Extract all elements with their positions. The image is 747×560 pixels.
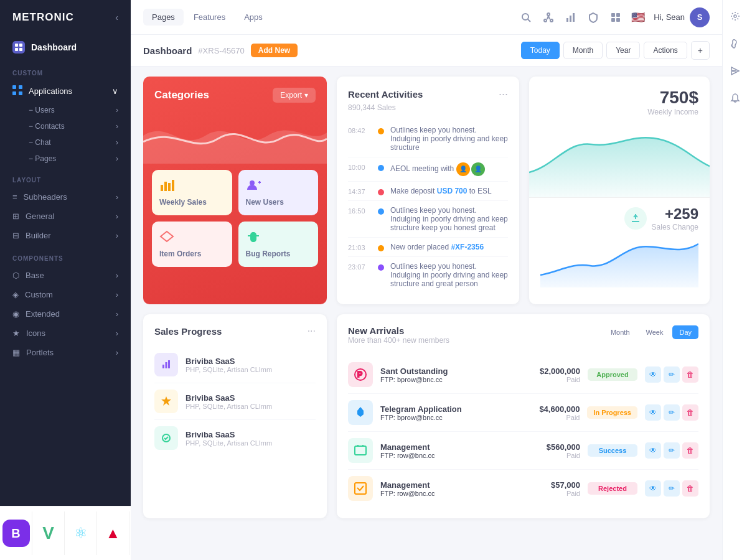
nav-icons: 🇺🇸 Hi, Sean S <box>519 7 710 27</box>
chart-icon[interactable] <box>564 11 578 24</box>
svg-rect-6 <box>12 91 16 95</box>
today-button[interactable]: Today <box>521 42 560 59</box>
categories-wave-chart <box>143 108 327 164</box>
user-plus-icon <box>246 179 311 194</box>
bar-chart-icon <box>159 179 225 194</box>
edit-button[interactable]: ✏ <box>664 442 680 459</box>
activity-dot <box>378 245 384 251</box>
svg-point-8 <box>522 14 529 20</box>
arrival-actions-4: 👁 ✏ 🗑 <box>645 480 698 497</box>
category-item-orders[interactable]: Item Orders <box>152 222 232 267</box>
edit-button[interactable]: ✏ <box>664 404 680 421</box>
export-button[interactable]: Export ▾ <box>273 88 316 103</box>
user-menu[interactable]: Hi, Sean S <box>654 7 710 27</box>
svg-point-10 <box>547 13 550 16</box>
svg-line-14 <box>548 16 550 19</box>
svg-line-9 <box>528 19 530 22</box>
language-flag[interactable]: 🇺🇸 <box>631 11 645 24</box>
delete-button[interactable]: 🗑 <box>682 442 698 459</box>
activities-card: Recent Activities ··· 890,344 Sales 08:4… <box>337 77 519 304</box>
svg-rect-25 <box>172 180 174 191</box>
svg-rect-3 <box>19 48 22 51</box>
add-new-button[interactable]: Add New <box>251 44 298 57</box>
shield-icon[interactable] <box>586 11 600 24</box>
nav-tab-features[interactable]: Features <box>185 9 234 26</box>
sidebar-sub-chat[interactable]: − Chat › <box>0 134 131 151</box>
right-send-icon[interactable] <box>726 62 744 80</box>
activity-dot <box>378 165 384 171</box>
subheader-actions: Today Month Year Actions + <box>521 41 710 60</box>
right-paint-icon[interactable] <box>726 35 744 52</box>
diamond-icon <box>159 230 225 246</box>
subheader-breadcrumb: Dashboard #XRS-45670 Add New <box>143 44 298 57</box>
applications-icon <box>12 85 22 97</box>
category-weekly-sales[interactable]: Weekly Sales <box>152 170 232 215</box>
month-button[interactable]: Month <box>563 42 603 59</box>
edit-button[interactable]: ✏ <box>664 480 680 497</box>
activity-item-3: 14:37 Make deposit USD 700 to ESL <box>348 182 508 201</box>
sidebar-item-subheaders[interactable]: ≡Subheaders › <box>0 187 131 207</box>
sales-menu-icon[interactable]: ··· <box>308 325 316 337</box>
sales-item-2: Briviba SaaS PHP, SQLite, Artisan CLImm <box>154 383 316 420</box>
nav-tab-pages[interactable]: Pages <box>143 9 184 26</box>
sidebar-item-applications[interactable]: Applications ∨ <box>0 80 131 102</box>
svg-rect-16 <box>570 16 571 22</box>
sidebar-item-builder[interactable]: ⊟Builder › <box>0 226 131 245</box>
arrival-actions-1: 👁 ✏ 🗑 <box>645 366 698 383</box>
chat-arrow-icon: › <box>116 138 118 147</box>
sidebar-item-dashboard[interactable]: Dashboard <box>0 35 131 60</box>
arrival-item-1: P Sant Outstanding FTP: bprow@bnc.cc $2,… <box>348 356 698 394</box>
grid-icon[interactable] <box>609 11 622 24</box>
svg-marker-34 <box>161 396 171 406</box>
sales-item-3: Briviba SaaS PHP, SQLite, Artisan CLImm <box>154 420 316 456</box>
right-settings-icon[interactable] <box>726 7 744 25</box>
sidebar-item-custom[interactable]: ◈Custom › <box>0 285 131 304</box>
sidebar-sub-pages[interactable]: − Pages › <box>0 151 131 167</box>
base-icon: ⬡ <box>12 271 19 280</box>
sidebar-item-portlets[interactable]: ▦Portlets › <box>0 343 131 362</box>
year-button[interactable]: Year <box>606 42 640 59</box>
view-button[interactable]: 👁 <box>645 404 661 421</box>
right-bell-icon[interactable] <box>726 90 744 107</box>
income-card: 750$ Weekly Income <box>529 77 710 304</box>
sidebar-item-general[interactable]: ⊞General › <box>0 207 131 226</box>
icons-icon: ★ <box>12 329 20 338</box>
delete-button[interactable]: 🗑 <box>682 480 698 497</box>
arrivals-tab-day[interactable]: Day <box>672 325 698 339</box>
sidebar-item-extended[interactable]: ◉Extended › <box>0 304 131 324</box>
sidebar-sub-users[interactable]: − Users › <box>0 102 131 118</box>
plus-button[interactable]: + <box>691 41 710 60</box>
actions-button[interactable]: Actions <box>644 42 687 59</box>
search-icon[interactable] <box>519 11 533 24</box>
view-button[interactable]: 👁 <box>645 442 661 459</box>
categories-card: Categories Export ▾ <box>143 77 327 304</box>
arrival-logo-2 <box>348 400 373 425</box>
sidebar-sub-contacts[interactable]: − Contacts › <box>0 118 131 134</box>
activities-menu-icon[interactable]: ··· <box>499 88 508 101</box>
view-button[interactable]: 👁 <box>645 480 661 497</box>
sidebar-collapse-icon[interactable]: ‹ <box>115 12 118 22</box>
sales-change-chart <box>540 231 698 287</box>
view-button[interactable]: 👁 <box>645 366 661 383</box>
activity-item-4: 16:50 Outlines keep you honest. Indulgin… <box>348 201 508 238</box>
top-navigation: Pages Features Apps 🇺🇸 Hi, Sean <box>131 0 722 35</box>
nav-tab-apps[interactable]: Apps <box>235 9 271 26</box>
arrivals-tab-month[interactable]: Month <box>604 325 637 339</box>
svg-rect-33 <box>168 360 170 368</box>
category-new-users[interactable]: New Users <box>238 170 319 215</box>
svg-point-26 <box>250 180 255 185</box>
arrivals-tab-week[interactable]: Week <box>639 325 670 339</box>
delete-button[interactable]: 🗑 <box>682 366 698 383</box>
edit-button[interactable]: ✏ <box>664 366 680 383</box>
svg-rect-0 <box>15 44 18 47</box>
delete-button[interactable]: 🗑 <box>682 404 698 421</box>
general-arrow-icon: › <box>116 212 118 221</box>
sidebar-item-base[interactable]: ⬡Base › <box>0 266 131 285</box>
sidebar-item-icons[interactable]: ★Icons › <box>0 324 131 343</box>
users-arrow-icon: › <box>116 106 118 114</box>
category-bug-reports[interactable]: Bug Reports <box>238 222 319 267</box>
svg-rect-24 <box>168 183 171 191</box>
sidebar-section-custom: CUSTOM <box>0 60 131 80</box>
angular-logo: ▲ <box>97 511 129 555</box>
network-icon[interactable] <box>542 11 555 24</box>
